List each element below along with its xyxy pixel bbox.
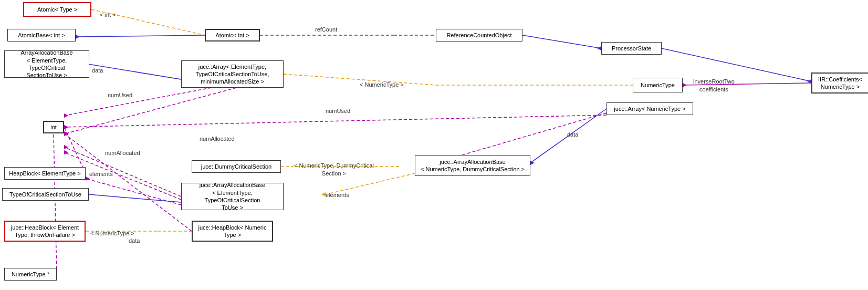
node-int: int: [43, 121, 64, 133]
label-numerictype-template3: < NumericType >: [90, 230, 134, 236]
node-atomic-int: Atomic< int >: [205, 29, 260, 42]
node-heap-block-elem: HeapBlock< ElementType >: [4, 167, 86, 180]
label-refcount: refCount: [315, 26, 337, 33]
svg-marker-23: [64, 145, 68, 149]
diagram-container: Atomic< Type > < int > AtomicBase< int >…: [0, 0, 868, 290]
node-numeric-type: NumericType: [633, 78, 683, 92]
svg-line-1: [131, 18, 205, 35]
svg-line-42: [462, 113, 606, 155]
svg-line-32: [86, 179, 181, 205]
label-data3: data: [129, 237, 140, 244]
node-ref-counted: ReferenceCountedObject: [436, 29, 522, 42]
svg-marker-44: [321, 192, 326, 196]
svg-line-38: [64, 133, 192, 231]
label-numerictype-template: < NumericType >: [360, 81, 404, 88]
svg-line-6: [522, 35, 601, 48]
label-int-template: < int >: [100, 12, 116, 18]
node-juce-array-numeric: juce::Array< NumericType >: [606, 102, 693, 115]
label-numallocated2: numAllocated: [105, 150, 140, 156]
label-elements1: elements: [89, 171, 113, 177]
label-numerictype-dummy: < NumericType, DummyCriticalSection >: [294, 162, 374, 178]
node-juce-array-alloc-numeric: juce::ArrayAllocationBase< NumericType, …: [415, 155, 530, 176]
label-elements2: elements: [326, 192, 349, 198]
arrows-svg: [0, 0, 868, 290]
svg-marker-27: [64, 125, 68, 129]
node-juce-heap-block-numeric: juce::HeapBlock< NumericType >: [192, 221, 273, 242]
node-juce-dummy-critical: juce::DummyCriticalSection: [192, 160, 281, 173]
node-juce-heap-block-elem: juce::HeapBlock< ElementType, throwOnFai…: [4, 221, 86, 242]
svg-marker-3: [76, 35, 80, 39]
svg-marker-7: [597, 46, 601, 50]
node-atomic-type: Atomic< Type >: [23, 2, 91, 17]
label-inverseroot: inverseRootTwocoefficients: [693, 78, 735, 94]
node-atomicbase-int: AtomicBase< int >: [7, 29, 76, 42]
svg-marker-33: [86, 177, 90, 181]
svg-line-26: [64, 127, 86, 173]
svg-marker-11: [683, 83, 687, 87]
svg-marker-9: [807, 79, 811, 84]
node-array-alloc-base: ArrayAllocationBase< ElementType, TypeOf…: [4, 50, 89, 78]
label-numused1: numUsed: [108, 92, 132, 98]
node-juce-array-alloc-elem: juce::ArrayAllocationBase< ElementType, …: [181, 183, 284, 210]
node-type-critical: TypeOfCriticalSectionToUse: [2, 188, 89, 201]
svg-marker-15: [530, 161, 535, 165]
svg-line-34: [89, 194, 181, 202]
node-iir-coefficients: IIR::Coefficients<NumericType >: [811, 72, 868, 94]
node-juce-array: juce::Array< ElementType,TypeOfCriticalS…: [181, 60, 284, 88]
svg-marker-25: [64, 150, 68, 154]
node-processor-state: ProcessorState: [601, 42, 662, 55]
svg-line-2: [76, 35, 205, 37]
label-data2: data: [567, 131, 578, 138]
label-numused2: numUsed: [326, 108, 350, 114]
label-data1: data: [92, 67, 103, 74]
svg-marker-21: [64, 132, 68, 136]
svg-line-16: [64, 115, 606, 127]
svg-marker-19: [64, 113, 68, 118]
svg-line-40: [54, 133, 57, 274]
label-numallocated1: numAllocated: [200, 136, 235, 142]
svg-marker-17: [64, 125, 68, 129]
svg-line-8: [662, 48, 811, 81]
node-numeric-type-ptr: NumericType *: [4, 268, 57, 281]
svg-line-20: [64, 88, 236, 134]
svg-marker-39: [64, 131, 68, 136]
